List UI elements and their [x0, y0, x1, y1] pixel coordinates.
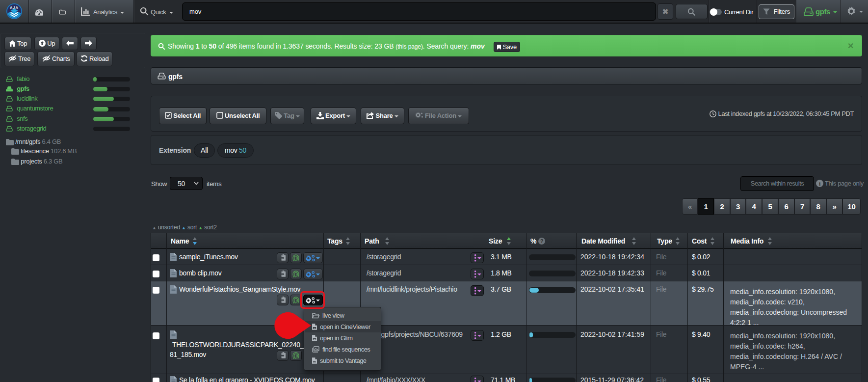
- svg-text:?: ?: [540, 238, 543, 244]
- svg-text:i: i: [819, 181, 820, 187]
